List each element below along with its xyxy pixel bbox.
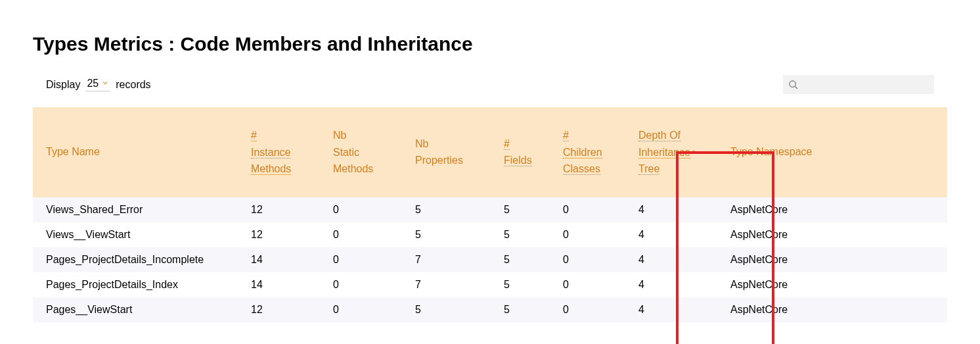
cell-typename: Views_Shared_Error <box>33 197 243 222</box>
cell-static: 0 <box>325 197 407 222</box>
cell-instance: 14 <box>243 247 325 272</box>
cell-props: 5 <box>407 222 496 247</box>
search-box[interactable] <box>783 75 934 94</box>
cell-depth: 4 <box>631 247 723 272</box>
table-row: Pages__ViewStart 12 0 5 5 0 4 AspNetCore <box>33 297 947 322</box>
cell-namespace: AspNetCore <box>723 222 947 247</box>
header-namespace-label: Type Namespace <box>730 146 813 157</box>
header-depth-l1: Depth Of <box>638 130 680 141</box>
header-instance-l3: Methods <box>251 163 291 175</box>
header-depth-l2: Inheritance <box>638 147 690 159</box>
cell-fields: 5 <box>496 222 555 247</box>
header-static-l2: Static <box>333 147 359 158</box>
table-row: Views__ViewStart 12 0 5 5 0 4 AspNetCore <box>33 222 947 247</box>
cell-typename: Pages_ProjectDetails_Incomplete <box>33 247 243 272</box>
chevron-down-icon <box>101 79 109 89</box>
header-props-l2: Properties <box>415 155 463 166</box>
page-title: Types Metrics : Code Members and Inherit… <box>33 33 947 55</box>
cell-typename: Pages__ViewStart <box>33 297 243 322</box>
search-input[interactable] <box>803 79 929 90</box>
header-typename-label: Type Name <box>46 146 100 157</box>
header-depth-inheritance[interactable]: Depth Of Inheritance^ Tree <box>631 107 723 197</box>
header-static-l3: Methods <box>333 163 373 174</box>
cell-props: 5 <box>407 197 496 222</box>
header-children-l1: # <box>563 130 569 141</box>
table-header-row: Type Name # Instance Methods Nb Static M… <box>33 107 947 197</box>
header-properties[interactable]: Nb Properties <box>407 107 496 197</box>
cell-fields: 5 <box>496 247 555 272</box>
header-typename[interactable]: Type Name <box>33 107 243 197</box>
cell-namespace: AspNetCore <box>723 297 947 322</box>
header-fields[interactable]: # Fields <box>496 107 555 197</box>
header-fields-l1: # <box>504 138 510 150</box>
page-size-select[interactable]: 25 <box>85 78 110 91</box>
cell-instance: 12 <box>243 197 325 222</box>
cell-instance: 12 <box>243 297 325 322</box>
cell-static: 0 <box>325 247 407 272</box>
header-instance-methods[interactable]: # Instance Methods <box>243 107 325 197</box>
cell-depth: 4 <box>631 197 723 222</box>
display-label: Display <box>46 79 80 91</box>
header-namespace[interactable]: Type Namespace <box>723 107 947 197</box>
table-row: Pages_ProjectDetails_Index 14 0 7 5 0 4 … <box>33 272 947 297</box>
cell-typename: Pages_ProjectDetails_Index <box>33 272 243 297</box>
cell-props: 7 <box>407 272 496 297</box>
header-static-l1: Nb <box>333 130 346 141</box>
cell-depth: 4 <box>631 272 723 297</box>
controls-row: Display 25 records <box>33 75 947 94</box>
cell-fields: 5 <box>496 272 555 297</box>
header-fields-l2: Fields <box>504 155 532 166</box>
search-icon <box>788 80 799 90</box>
cell-namespace: AspNetCore <box>723 272 947 297</box>
cell-instance: 12 <box>243 222 325 247</box>
header-depth-l3: Tree <box>638 163 659 175</box>
cell-children: 0 <box>555 272 631 297</box>
cell-typename: Views__ViewStart <box>33 222 243 247</box>
svg-line-1 <box>795 86 797 89</box>
cell-props: 5 <box>407 297 496 322</box>
header-instance-l2: Instance <box>251 147 290 159</box>
cell-fields: 5 <box>496 197 555 222</box>
cell-static: 0 <box>325 222 407 247</box>
header-children-l3: Classes <box>563 163 600 175</box>
table-body: Views_Shared_Error 12 0 5 5 0 4 AspNetCo… <box>33 197 947 322</box>
records-label: records <box>116 79 150 91</box>
svg-point-0 <box>790 81 795 87</box>
header-children-l2: Children <box>563 147 602 159</box>
sort-ascending-icon: ^ <box>692 149 696 158</box>
cell-depth: 4 <box>631 297 723 322</box>
metrics-table: Type Name # Instance Methods Nb Static M… <box>33 107 947 322</box>
cell-children: 0 <box>555 197 631 222</box>
display-records-control: Display 25 records <box>46 78 151 91</box>
cell-children: 0 <box>555 247 631 272</box>
cell-props: 7 <box>407 247 496 272</box>
cell-namespace: AspNetCore <box>723 197 947 222</box>
cell-static: 0 <box>325 297 407 322</box>
cell-instance: 14 <box>243 272 325 297</box>
cell-namespace: AspNetCore <box>723 247 947 272</box>
cell-static: 0 <box>325 272 407 297</box>
page-size-value: 25 <box>87 78 99 89</box>
cell-children: 0 <box>555 222 631 247</box>
header-static-methods[interactable]: Nb Static Methods <box>325 107 407 197</box>
cell-depth: 4 <box>631 222 723 247</box>
cell-children: 0 <box>555 297 631 322</box>
cell-fields: 5 <box>496 297 555 322</box>
header-props-l1: Nb <box>415 138 428 149</box>
table-row: Pages_ProjectDetails_Incomplete 14 0 7 5… <box>33 247 947 272</box>
header-children-classes[interactable]: # Children Classes <box>555 107 631 197</box>
table-row: Views_Shared_Error 12 0 5 5 0 4 AspNetCo… <box>33 197 947 222</box>
header-instance-l1: # <box>251 130 257 141</box>
